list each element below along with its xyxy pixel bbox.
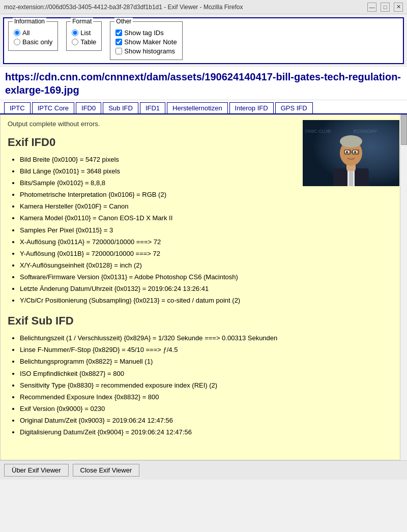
bottom-bar: Über Exif ViewerClose Exif Viewer: [0, 460, 407, 480]
show-tag-ids-label: Show tag IDs: [124, 29, 163, 37]
other-legend: Other: [114, 18, 133, 25]
toolbar: Information All Basic only Format List T…: [3, 17, 404, 64]
other-group: Other Show tag IDs Show Maker Note Show …: [110, 21, 182, 60]
list-item: Y/Cb/Cr Positionierung (Subsampling) {0x…: [20, 295, 399, 306]
section-heading: Exif Sub IFD: [8, 314, 399, 328]
information-all-row[interactable]: All: [14, 29, 52, 37]
window-controls[interactable]: — □ ✕: [367, 3, 403, 12]
list-item: Original Datum/Zeit {0x9003} = 2019:06:2…: [20, 415, 399, 426]
tab-iptc[interactable]: IPTC: [4, 102, 31, 113]
show-histograms-row[interactable]: Show histograms: [115, 47, 177, 55]
list-item: Photometrische Interpretation {0x0106} =…: [20, 189, 399, 200]
format-options: List Table: [72, 29, 96, 46]
show-maker-note-checkbox[interactable]: [115, 39, 122, 45]
svg-rect-7: [349, 170, 353, 186]
svg-point-13: [346, 151, 348, 153]
information-basic-row[interactable]: Basic only: [14, 38, 52, 46]
data-list: Belichtungszeit (1 / Verschlusszeit) {0x…: [8, 333, 399, 438]
list-item: Kamera Model {0x0110} = Canon EOS-1D X M…: [20, 213, 399, 224]
close-window-button[interactable]: ✕: [394, 3, 403, 12]
list-item: X-Auflösung {0x011A} = 720000/10000 ===>…: [20, 237, 399, 248]
format-list-radio[interactable]: [72, 29, 78, 36]
tab-ifd0[interactable]: IFD0: [76, 102, 101, 113]
information-basic-label: Basic only: [22, 38, 52, 46]
about-button[interactable]: Über Exif Viewer: [4, 464, 69, 477]
list-item: Y-Auflösung {0x011B} = 720000/10000 ===>…: [20, 248, 399, 259]
information-group: Information All Basic only: [8, 21, 58, 51]
show-histograms-label: Show histograms: [124, 47, 175, 55]
format-table-label: Table: [80, 38, 96, 46]
information-basic-radio[interactable]: [14, 39, 20, 45]
information-legend: Information: [13, 18, 46, 25]
show-histograms-checkbox[interactable]: [115, 48, 122, 54]
tab-gps-ifd[interactable]: GPS IFD: [275, 102, 313, 113]
list-item: Exif Version {0x9000} = 0230: [20, 403, 399, 415]
tab-sub-ifd[interactable]: Sub IFD: [103, 102, 138, 113]
format-legend: Format: [71, 18, 93, 25]
tab-ifd1[interactable]: IFD1: [140, 102, 165, 113]
format-table-radio[interactable]: [72, 39, 78, 45]
main-wrapper: OMIC CLUB ECONOMY: [0, 114, 407, 460]
list-item: Kamera Hersteller {0x010F} = Canon: [20, 201, 399, 212]
main-content: OMIC CLUB ECONOMY: [0, 114, 407, 460]
close-button[interactable]: Close Exif Viewer: [73, 464, 140, 477]
list-item: Samples Per Pixel {0x0115} = 3: [20, 225, 399, 236]
list-item: Belichtungsprogramm {0x8822} = Manuell (…: [20, 356, 399, 367]
information-options: All Basic only: [14, 29, 52, 46]
show-tag-ids-row[interactable]: Show tag IDs: [115, 29, 177, 37]
list-item: X/Y-Auflösungseinheit {0x0128} = inch (2…: [20, 260, 399, 271]
list-item: Sensitivity Type {0x8830} = recommended …: [20, 380, 399, 391]
format-list-row[interactable]: List: [72, 29, 96, 37]
show-tag-ids-checkbox[interactable]: [115, 29, 122, 36]
tab-herstellernotizen[interactable]: Herstellernotizen: [167, 102, 228, 113]
format-list-label: List: [80, 29, 91, 37]
format-group: Format List Table: [66, 21, 102, 51]
svg-text:OMIC CLUB: OMIC CLUB: [305, 129, 331, 134]
restore-button[interactable]: □: [381, 3, 390, 12]
list-item: Letzte Änderung Datum/Uhrzeit {0x0132} =…: [20, 283, 399, 294]
list-item: Digitalisierung Datum/Zeit {0x9004} = 20…: [20, 427, 399, 438]
format-table-row[interactable]: Table: [72, 38, 96, 46]
svg-point-14: [354, 151, 356, 153]
information-all-label: All: [22, 29, 30, 37]
information-all-radio[interactable]: [14, 29, 20, 36]
list-item: Linse F-Nummer/F-Stop {0x829D} = 45/10 =…: [20, 344, 399, 356]
tab-iptc-core[interactable]: IPTC Core: [32, 102, 74, 113]
svg-text:ECONOMY: ECONOMY: [354, 129, 377, 134]
list-item: ISO Empfindlichkeit {0x8827} = 800: [20, 368, 399, 379]
url-section: https://cdn.cnn.com/cnnnext/dam/assets/1…: [0, 67, 407, 100]
image-thumbnail: OMIC CLUB ECONOMY: [303, 120, 399, 186]
other-options: Show tag IDs Show Maker Note Show histog…: [115, 29, 177, 55]
show-maker-note-row[interactable]: Show Maker Note: [115, 38, 177, 46]
show-maker-note-label: Show Maker Note: [124, 38, 177, 46]
titlebar: moz-extension://006d053d-3405-4412-ba3f-…: [0, 0, 407, 14]
list-item: Belichtungszeit (1 / Verschlusszeit) {0x…: [20, 333, 399, 344]
image-url-link[interactable]: https://cdn.cnn.com/cnnnext/dam/assets/1…: [5, 70, 402, 97]
list-item: Software/Firmware Version {0x0131} = Ado…: [20, 272, 399, 283]
titlebar-title: moz-extension://006d053d-3405-4412-ba3f-…: [4, 4, 243, 11]
minimize-button[interactable]: —: [367, 3, 376, 12]
tabs-bar: IPTCIPTC CoreIFD0Sub IFDIFD1Herstellerno…: [0, 100, 407, 114]
scroll-thumb[interactable]: [401, 114, 407, 145]
scrollbar[interactable]: [400, 114, 407, 460]
tab-interop-ifd[interactable]: Interop IFD: [229, 102, 274, 113]
svg-point-10: [340, 135, 362, 147]
list-item: Recommended Exposure Index {0x8832} = 80…: [20, 392, 399, 403]
